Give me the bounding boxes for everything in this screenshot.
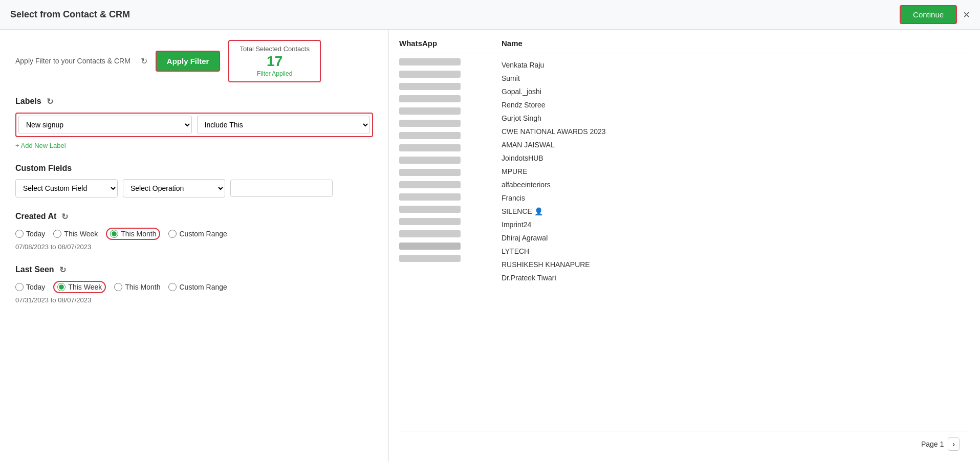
contact-name-0: Venkata Raju: [502, 58, 970, 72]
wa-placeholder-11: [399, 181, 461, 188]
contact-name-14: LYTECH: [502, 245, 970, 258]
wa-placeholder-8: [399, 144, 461, 151]
contacts-table: WhatsApp: [399, 35, 970, 431]
custom-fields-title: Custom Fields: [15, 164, 373, 173]
filter-bar-label: Apply Filter to your Contacts & CRM: [15, 57, 130, 65]
page-info: Page 1: [921, 440, 944, 448]
refresh-icon[interactable]: ↻: [141, 56, 147, 66]
modal-header: Select from Contact & CRM Continue ×: [0, 0, 980, 30]
contact-name-9: alfabeeinteriors: [502, 178, 970, 191]
contact-name-13: Dhiraj Agrawal: [502, 231, 970, 245]
wa-placeholder-7: [399, 132, 461, 139]
wa-placeholder-16: [399, 243, 461, 250]
contact-name-8: MPURE: [502, 165, 970, 178]
wa-placeholder-1: [399, 58, 461, 65]
last-seen-custom-range[interactable]: Custom Range: [168, 283, 227, 291]
contact-name-5: CWE NATIONAL AWARDS 2023: [502, 125, 970, 138]
wa-placeholder-4: [399, 95, 461, 102]
contact-name-3: Rendz Storee: [502, 98, 970, 112]
last-seen-refresh-icon[interactable]: ↻: [59, 265, 66, 275]
modal-body: Apply Filter to your Contacts & CRM ↻ Ap…: [0, 30, 980, 462]
last-seen-title: Last Seen ↻: [15, 265, 373, 275]
wa-placeholder-5: [399, 107, 461, 115]
filter-applied-text: Filter Applied: [239, 70, 310, 77]
whatsapp-column: WhatsApp: [399, 35, 502, 284]
whatsapp-header: WhatsApp: [399, 35, 502, 54]
contact-name-2: Gopal._joshi: [502, 85, 970, 98]
last-seen-this-week[interactable]: This Week: [53, 281, 106, 293]
modal-container: Select from Contact & CRM Continue × App…: [0, 0, 980, 462]
created-at-refresh-icon[interactable]: ↻: [61, 212, 68, 222]
filter-bar: Apply Filter to your Contacts & CRM ↻ Ap…: [15, 40, 373, 82]
custom-field-select[interactable]: Select Custom Field: [15, 179, 118, 197]
created-at-this-week[interactable]: This Week: [53, 230, 98, 238]
add-label-link[interactable]: + Add New Label: [15, 142, 66, 149]
last-seen-this-month[interactable]: This Month: [114, 283, 160, 291]
created-at-today[interactable]: Today: [15, 230, 45, 238]
last-seen-radio-group: Today This Week This Month Custom Range: [15, 281, 373, 293]
contact-name-12: Imprint24: [502, 218, 970, 231]
close-button[interactable]: ×: [963, 9, 970, 20]
contact-name-7: JoindotsHUB: [502, 151, 970, 165]
label-select[interactable]: New signup Old signup VIP: [18, 116, 192, 134]
contact-name-11: SILENCE 👤: [502, 205, 970, 218]
contact-name-6: AMAN JAISWAL: [502, 138, 970, 151]
labels-refresh-icon[interactable]: ↻: [47, 97, 53, 106]
total-contacts-count: 17: [239, 53, 310, 70]
contact-name-10: Francis: [502, 191, 970, 205]
custom-fields-section: Custom Fields Select Custom Field Select…: [15, 164, 373, 197]
pagination: Page 1 ›: [399, 431, 970, 457]
modal-title: Select from Contact & CRM: [10, 9, 130, 20]
created-at-title: Created At ↻: [15, 212, 373, 222]
total-contacts-box: Total Selected Contacts 17 Filter Applie…: [228, 40, 321, 82]
right-columns: WhatsApp: [399, 35, 970, 284]
wa-placeholder-9: [399, 157, 461, 164]
right-panel: WhatsApp: [389, 30, 980, 462]
labels-section: Labels ↻ New signup Old signup VIP Inclu…: [15, 97, 373, 149]
contact-name-16: Dr.Prateek Tiwari: [502, 271, 970, 284]
name-column: Name Venkata RajuSumitGopal._joshiRendz …: [502, 35, 970, 284]
header-right: Continue ×: [900, 5, 970, 24]
last-seen-date-range: 07/31/2023 to 08/07/2023: [15, 296, 373, 304]
name-header: Name: [502, 35, 970, 54]
continue-button[interactable]: Continue: [900, 5, 957, 24]
custom-value-input[interactable]: [230, 180, 333, 197]
wa-placeholder-3: [399, 83, 461, 90]
contact-name-15: RUSHIKESH KHANAPURE: [502, 258, 970, 271]
created-at-custom-range[interactable]: Custom Range: [168, 230, 227, 238]
wa-placeholder-13: [399, 206, 461, 213]
last-seen-section: Last Seen ↻ Today This Week This Month C…: [15, 265, 373, 304]
contact-name-4: Gurjot Singh: [502, 112, 970, 125]
contact-name-1: Sumit: [502, 72, 970, 85]
created-at-this-month[interactable]: This Month: [106, 228, 160, 240]
wa-placeholder-10: [399, 169, 461, 176]
wa-placeholder-2: [399, 71, 461, 78]
last-seen-today[interactable]: Today: [15, 283, 45, 291]
wa-placeholder-14: [399, 218, 461, 225]
created-at-radio-group: Today This Week This Month Custom Range: [15, 228, 373, 240]
wa-placeholder-15: [399, 230, 461, 237]
wa-placeholder-6: [399, 120, 461, 127]
custom-fields-row: Select Custom Field Select Operation: [15, 179, 373, 197]
labels-section-title: Labels ↻: [15, 97, 373, 106]
total-contacts-label: Total Selected Contacts: [239, 45, 310, 53]
wa-placeholder-17: [399, 255, 461, 262]
page-next-button[interactable]: ›: [948, 437, 960, 451]
created-at-section: Created At ↻ Today This Week This Month …: [15, 212, 373, 251]
apply-filter-button[interactable]: Apply Filter: [156, 51, 221, 72]
right-panel-inner: WhatsApp: [399, 35, 970, 457]
created-at-date-range: 07/08/2023 to 08/07/2023: [15, 243, 373, 251]
custom-operation-select[interactable]: Select Operation: [123, 179, 225, 197]
contacts-list: Venkata RajuSumitGopal._joshiRendz Store…: [502, 58, 970, 284]
left-panel: Apply Filter to your Contacts & CRM ↻ Ap…: [0, 30, 389, 462]
include-select[interactable]: Include This Exclude This: [197, 116, 371, 134]
labels-row: New signup Old signup VIP Include This E…: [15, 113, 373, 137]
wa-placeholder-12: [399, 193, 461, 201]
